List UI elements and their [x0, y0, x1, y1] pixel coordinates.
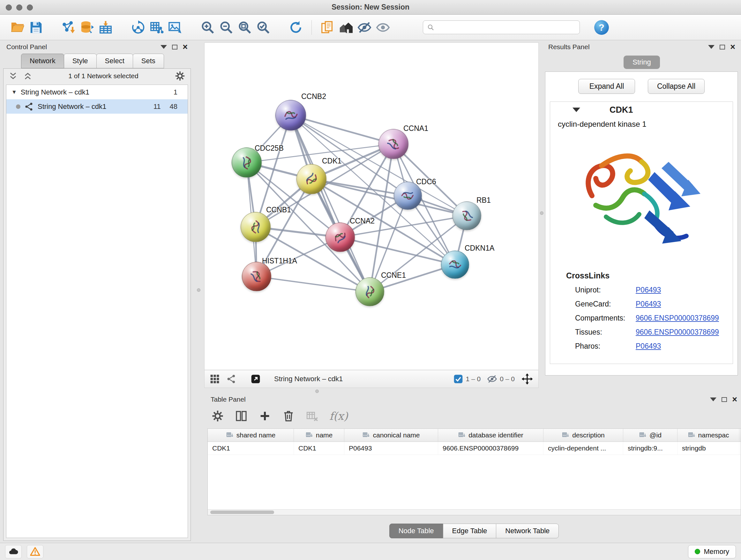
- close-window-button[interactable]: [6, 4, 12, 10]
- network-from-table-button[interactable]: [147, 18, 166, 37]
- panel-float-icon[interactable]: [172, 45, 178, 50]
- column-header--id[interactable]: @id: [623, 429, 677, 442]
- scrollbar-thumb[interactable]: [210, 510, 274, 514]
- zoom-fit-button[interactable]: [235, 18, 254, 37]
- minimize-window-button[interactable]: [16, 4, 22, 10]
- column-header-shared-name[interactable]: shared name: [208, 429, 294, 442]
- expand-all-button[interactable]: Expand All: [578, 79, 635, 94]
- hidden-eye-icon[interactable]: [487, 374, 497, 384]
- search-input[interactable]: [438, 23, 576, 31]
- copy-button[interactable]: [318, 18, 337, 37]
- splitter-handle[interactable]: [197, 288, 200, 292]
- panel-menu-icon[interactable]: [710, 397, 717, 401]
- table-cell[interactable]: P06493: [344, 442, 438, 455]
- column-header-name[interactable]: name: [294, 429, 344, 442]
- crosslink-link[interactable]: 9606.ENSP00000378699: [636, 314, 719, 322]
- grid-view-icon[interactable]: [210, 374, 220, 384]
- warnings-button[interactable]: [27, 545, 44, 558]
- toolbar-search[interactable]: [423, 20, 580, 34]
- refresh-view-button[interactable]: [286, 18, 305, 37]
- table-cell[interactable]: stringdb:9...: [623, 442, 677, 455]
- apply-layout-button[interactable]: [129, 18, 147, 37]
- zoom-out-button[interactable]: [217, 18, 235, 37]
- collapse-all-button[interactable]: Collapse All: [648, 79, 704, 94]
- open-session-button[interactable]: [8, 18, 27, 37]
- panel-menu-icon[interactable]: [160, 45, 167, 49]
- import-network-database-button[interactable]: [78, 18, 96, 37]
- network-row-selected[interactable]: String Network – cdk1 11 48: [6, 99, 188, 114]
- table-cell[interactable]: cyclin-dependent ...: [543, 442, 623, 455]
- function-builder-icon[interactable]: f(x): [329, 410, 348, 422]
- network-view-icon[interactable]: [226, 374, 237, 384]
- network-node-ccna2[interactable]: [326, 223, 355, 252]
- save-session-button[interactable]: [27, 18, 45, 37]
- table-cell[interactable]: stringdb: [677, 442, 739, 455]
- panel-float-icon[interactable]: [722, 397, 727, 402]
- zoom-selected-button[interactable]: [254, 18, 273, 37]
- tab-style[interactable]: Style: [64, 54, 97, 68]
- panel-close-icon[interactable]: ×: [730, 43, 735, 51]
- network-node-ccne1[interactable]: [355, 277, 384, 306]
- network-node-hist1h1a[interactable]: [242, 262, 271, 291]
- first-neighbors-button[interactable]: [337, 18, 355, 37]
- zoom-window-button[interactable]: [27, 4, 33, 10]
- panel-close-icon[interactable]: ×: [732, 395, 737, 404]
- tab-node-table[interactable]: Node Table: [389, 523, 443, 538]
- table-data-row[interactable]: CDK1CDK1P064939606.ENSP00000378699cyclin…: [208, 442, 741, 455]
- add-column-icon[interactable]: [259, 410, 271, 422]
- show-columns-icon[interactable]: [235, 410, 248, 422]
- network-node-ccnb1[interactable]: [241, 212, 271, 242]
- network-node-rb1[interactable]: [453, 201, 481, 230]
- cloud-status-button[interactable]: [5, 545, 22, 558]
- table-settings-gear-icon[interactable]: [211, 410, 224, 422]
- delete-column-icon[interactable]: [282, 410, 295, 422]
- collection-disclosure-icon[interactable]: ▼: [11, 89, 17, 96]
- network-collection-row[interactable]: ▼ String Network – cdk1 1: [6, 85, 188, 99]
- tab-network-table[interactable]: Network Table: [496, 523, 559, 538]
- import-table-button[interactable]: [96, 18, 115, 37]
- protein-section-header[interactable]: CDK1: [550, 102, 733, 118]
- help-button[interactable]: ?: [593, 19, 610, 36]
- export-image-button[interactable]: [166, 18, 185, 37]
- crosslink-link[interactable]: P06493: [636, 286, 661, 294]
- expand-all-icon[interactable]: [23, 71, 32, 80]
- network-node-cdkn1a[interactable]: [441, 251, 469, 279]
- network-options-button[interactable]: [175, 71, 185, 81]
- tab-string[interactable]: String: [623, 56, 660, 69]
- column-header-database-identifier[interactable]: database identifier: [438, 429, 543, 442]
- pan-mode-button[interactable]: [521, 373, 533, 385]
- crosslink-link[interactable]: 9606.ENSP00000378699: [636, 328, 719, 336]
- detach-view-icon[interactable]: [251, 374, 261, 384]
- selected-checkbox-icon[interactable]: [453, 374, 463, 384]
- show-all-button[interactable]: [374, 18, 392, 37]
- crosslink-link[interactable]: P06493: [636, 342, 661, 350]
- network-node-ccna1[interactable]: [379, 129, 408, 159]
- section-disclosure-icon[interactable]: [572, 108, 580, 112]
- table-horizontal-scrollbar[interactable]: [208, 509, 741, 515]
- network-node-cdk1[interactable]: [296, 164, 327, 194]
- tab-network[interactable]: Network: [21, 54, 64, 68]
- hide-selected-button[interactable]: [355, 18, 374, 37]
- memory-button[interactable]: Memory: [688, 545, 736, 558]
- control-panel: Control Panel × NetworkStyleSelectSets 1…: [3, 41, 192, 541]
- tab-select[interactable]: Select: [96, 54, 133, 68]
- panel-float-icon[interactable]: [720, 45, 725, 50]
- network-canvas[interactable]: CCNB2CCNA1CDC25BCDK1CDC6RB1CCNB1CCNA2CDK…: [204, 43, 539, 370]
- panel-close-icon[interactable]: ×: [183, 43, 188, 51]
- collapse-all-icon[interactable]: [9, 71, 17, 80]
- column-header-canonical-name[interactable]: canonical name: [344, 429, 438, 442]
- table-cell[interactable]: CDK1: [294, 442, 344, 455]
- panel-menu-icon[interactable]: [708, 45, 715, 49]
- table-cell[interactable]: 9606.ENSP00000378699: [438, 442, 543, 455]
- tab-sets[interactable]: Sets: [133, 54, 164, 68]
- splitter-handle[interactable]: [315, 389, 319, 393]
- crosslink-link[interactable]: P06493: [636, 300, 661, 308]
- zoom-in-button[interactable]: [199, 18, 217, 37]
- column-header-description[interactable]: description: [543, 429, 623, 442]
- splitter-handle[interactable]: [540, 211, 543, 215]
- tab-edge-table[interactable]: Edge Table: [443, 523, 496, 538]
- table-cell[interactable]: CDK1: [208, 442, 294, 455]
- import-network-file-button[interactable]: [59, 18, 78, 37]
- column-header-namespac[interactable]: namespac: [677, 429, 739, 442]
- network-node-ccnb2[interactable]: [275, 100, 306, 131]
